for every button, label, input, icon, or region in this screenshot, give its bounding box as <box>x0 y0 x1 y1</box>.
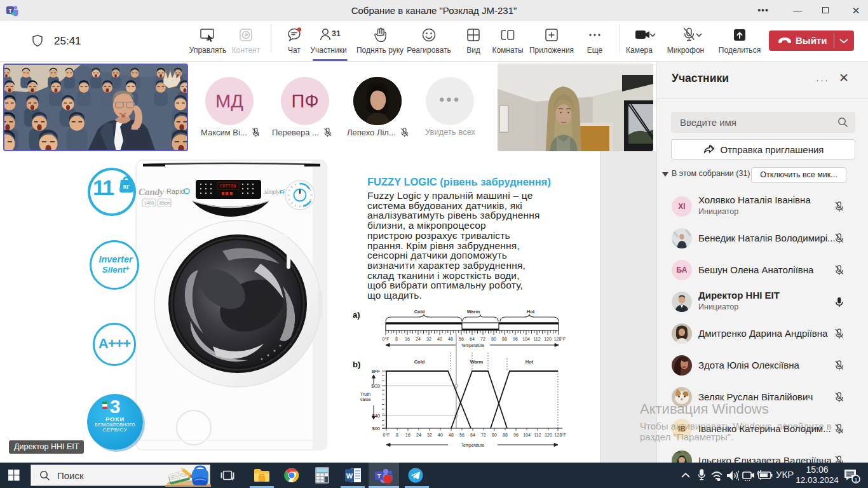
svg-text:128°F: 128°F <box>554 337 566 341</box>
svg-text:72: 72 <box>481 433 486 437</box>
svg-text:80: 80 <box>491 337 496 341</box>
svg-text:128°F: 128°F <box>555 433 567 437</box>
svg-text:16: 16 <box>405 433 410 437</box>
svg-text:88: 88 <box>503 433 508 437</box>
svg-text:48: 48 <box>448 337 453 341</box>
svg-text:32: 32 <box>427 433 432 437</box>
svg-text:96: 96 <box>513 337 518 341</box>
svg-text:64: 64 <box>470 433 475 437</box>
svg-text:$FF: $FF <box>372 369 381 374</box>
svg-text:88: 88 <box>502 337 507 341</box>
svg-text:80: 80 <box>492 433 497 437</box>
svg-text:32: 32 <box>426 337 431 341</box>
svg-text:Hot: Hot <box>527 309 535 315</box>
svg-text:Candy: Candy <box>139 187 164 197</box>
svg-text:8: 8 <box>395 337 398 341</box>
svg-text:64: 64 <box>470 337 475 341</box>
svg-text:96: 96 <box>513 433 519 437</box>
svg-text:$C0: $C0 <box>371 383 380 389</box>
svg-text:Truth: Truth <box>360 392 370 396</box>
svg-text:Hot: Hot <box>526 359 534 365</box>
svg-text:16: 16 <box>405 337 410 341</box>
svg-text:Fi: Fi <box>280 189 285 195</box>
svg-text:120: 120 <box>545 433 552 437</box>
svg-text:a): a) <box>353 310 360 320</box>
svg-text:56: 56 <box>459 337 464 341</box>
svg-text:b): b) <box>353 360 360 369</box>
svg-text:1: 1 <box>854 477 857 483</box>
svg-text:КГ: КГ <box>123 184 130 190</box>
svg-text:value: value <box>360 397 371 402</box>
svg-text:Warm: Warm <box>467 309 480 315</box>
svg-text:8: 8 <box>396 433 398 437</box>
svg-text:40: 40 <box>437 337 442 341</box>
svg-text:48: 48 <box>449 433 454 437</box>
svg-text:72: 72 <box>480 337 485 341</box>
svg-text:24: 24 <box>416 433 421 437</box>
svg-text:Warm: Warm <box>470 359 484 365</box>
svg-text:$00: $00 <box>372 426 380 431</box>
svg-text:Cold: Cold <box>414 359 425 365</box>
svg-text:40: 40 <box>438 433 443 437</box>
svg-text:Temperature: Temperature <box>461 343 485 348</box>
svg-text:Cold: Cold <box>414 309 425 315</box>
svg-text:24: 24 <box>416 337 421 341</box>
svg-text:112: 112 <box>533 337 540 341</box>
svg-text:112: 112 <box>534 433 541 437</box>
svg-text:0°F: 0°F <box>383 337 390 341</box>
svg-text:0°F: 0°F <box>383 433 390 437</box>
svg-text:simply: simply <box>264 189 280 195</box>
svg-text:104: 104 <box>522 337 530 341</box>
svg-text:31: 31 <box>332 29 341 38</box>
svg-text:Rapid: Rapid <box>166 187 185 195</box>
svg-text:COTTON: COTTON <box>220 184 236 189</box>
svg-text:W: W <box>346 472 353 480</box>
svg-text:56: 56 <box>459 433 465 437</box>
svg-text:T: T <box>377 473 381 479</box>
svg-text:1400: 1400 <box>144 201 154 205</box>
svg-text:85cm: 85cm <box>159 201 170 205</box>
svg-text:104: 104 <box>523 433 531 437</box>
svg-text:Temperature: Temperature <box>461 443 485 448</box>
svg-text:120: 120 <box>544 337 552 341</box>
